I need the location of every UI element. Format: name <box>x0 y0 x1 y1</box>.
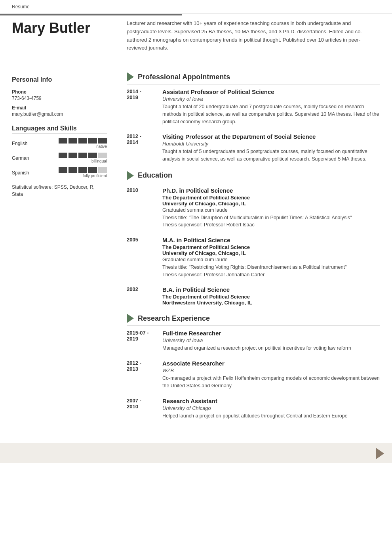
skill-bar <box>88 167 97 173</box>
email-label: E-mail <box>12 105 107 111</box>
education-title: Education <box>138 171 172 180</box>
entry-desc: Co-managed a project with Felix Hoffenhe… <box>162 375 380 390</box>
skill-level-english: native <box>96 144 107 149</box>
personal-info-title: Personal Info <box>12 76 107 85</box>
entry-dept: The Department of Political Science <box>162 195 380 201</box>
entry-subtitle: University of Chicago <box>162 405 380 411</box>
name-summary-section: Mary Butler Lecturer and researcher with… <box>0 15 392 60</box>
entry-thesis: Thesis title: "The Disruption of Multicu… <box>162 214 380 222</box>
skill-bars-english <box>59 138 107 144</box>
entry-supervisor: Thesis supervisor: Professor Robert Isaa… <box>162 221 380 229</box>
entry-title: Visiting Professor at the Department of … <box>162 133 380 140</box>
resume-label: Resume <box>12 4 30 10</box>
entry-title: Associate Researcher <box>162 360 380 367</box>
skill-bar <box>69 138 77 144</box>
skill-bar <box>78 167 87 173</box>
skill-row-english: English native <box>12 138 107 149</box>
entry-university: Northwestern University, Chicago, IL <box>162 300 380 306</box>
education-entry-ba: 2002 B.A. in Political Science The Depar… <box>127 286 380 307</box>
education-section-header: Education <box>127 171 380 183</box>
entry-desc: Managed and organized a research project… <box>162 344 380 352</box>
skill-bar <box>88 138 97 144</box>
entry-date: 2010 <box>127 187 158 229</box>
skill-row-spanish: Spanish fully proficient <box>12 167 107 178</box>
footer-arrow-icon <box>376 448 384 459</box>
skill-bar <box>69 153 77 158</box>
entry-content: Assistant Professor of Political Science… <box>162 88 380 125</box>
skill-bar-empty <box>98 153 107 158</box>
entry-date: 2012 -2014 <box>127 133 158 163</box>
entry-university: University of Chicago, Chicago, IL <box>162 201 380 207</box>
skill-right-german: billingual <box>59 153 107 163</box>
entry-content: Associate Researcher WZB Co-managed a pr… <box>162 360 380 390</box>
skill-row-german: German billingual <box>12 153 107 163</box>
professional-appointments-section: Professional Appointments 2014 -2019 Ass… <box>127 72 380 165</box>
skill-name-spanish: Spanish <box>12 170 36 176</box>
entry-title: M.A. in Political Science <box>162 237 380 243</box>
entry-note: Graduated summa cum laude <box>162 207 380 214</box>
professional-title: Professional Appointments <box>138 73 230 81</box>
skill-name-german: German <box>12 155 36 161</box>
entry-title: Research Assistant <box>162 398 380 404</box>
skill-bar <box>88 153 97 158</box>
entry-subtitle: WZB <box>162 367 380 373</box>
entry-thesis: Thesis title: "Restricting Voting Rights… <box>162 264 380 271</box>
entry-title: Full-time Researcher <box>162 330 380 337</box>
left-column: Personal Info Phone 773-643-4759 E-mail … <box>0 68 115 439</box>
skill-bar <box>59 138 67 144</box>
entry-content: B.A. in Political Science The Department… <box>162 286 380 306</box>
skill-bar-empty <box>98 167 107 173</box>
footer-bar <box>0 443 392 463</box>
top-bar: Resume <box>0 0 392 14</box>
entry-date: 2012 -2013 <box>127 360 158 390</box>
entry-date: 2005 <box>127 237 158 278</box>
research-entry-1: 2015-07 -2019 Full-time Researcher Unive… <box>127 330 380 354</box>
entry-dept: The Department of Political Science <box>162 244 380 250</box>
skill-bar <box>78 138 87 144</box>
entry-subtitle: University of Iowa <box>162 96 380 102</box>
entry-university: University of Chicago, Chicago, IL <box>162 250 380 256</box>
right-column: Professional Appointments 2014 -2019 Ass… <box>115 68 392 439</box>
entry-desc: Taught a total of 20 undergraduate and 7… <box>162 103 380 125</box>
skill-bar <box>78 153 87 158</box>
personal-info-section: Personal Info Phone 773-643-4759 E-mail … <box>12 76 107 117</box>
entry-date: 2002 <box>127 286 158 306</box>
skill-bar <box>98 138 107 144</box>
skill-bar <box>69 167 77 173</box>
professional-entry-2: 2012 -2014 Visiting Professor at the Dep… <box>127 133 380 165</box>
main-layout: Personal Info Phone 773-643-4759 E-mail … <box>0 60 392 439</box>
entry-note: Graduated summa cum laude <box>162 256 380 264</box>
skill-right-english: native <box>59 138 107 149</box>
entry-title: Ph.D. in Political Science <box>162 187 380 194</box>
full-name: Mary Butler <box>12 19 115 36</box>
entry-content: Visiting Professor at the Department of … <box>162 133 380 163</box>
entry-subtitle: University of Iowa <box>162 337 380 343</box>
section-arrow-icon <box>127 314 134 323</box>
skill-level-german: billingual <box>91 159 107 163</box>
entry-dept: The Department of Political Science <box>162 294 380 300</box>
summary-text: Lecturer and researcher with 10+ years o… <box>127 19 380 52</box>
skill-name-english: English <box>12 141 36 146</box>
email-value: mary.buttler@gmail.com <box>12 111 107 117</box>
education-section: Education 2010 Ph.D. in Political Scienc… <box>127 171 380 308</box>
entry-subtitle: Humboldt University <box>162 141 380 147</box>
research-title: Research Experience <box>138 314 210 323</box>
education-entry-phd: 2010 Ph.D. in Political Science The Depa… <box>127 187 380 230</box>
entry-date: 2015-07 -2019 <box>127 330 158 352</box>
entry-desc: Helped launch a project on populist atti… <box>162 412 380 420</box>
professional-section-header: Professional Appointments <box>127 72 380 84</box>
name-block: Mary Butler <box>12 19 115 36</box>
entry-date: 2014 -2019 <box>127 88 158 125</box>
entry-date: 2007 -2010 <box>127 398 158 420</box>
entry-desc: Taught a total of 5 undergraduate and 5 … <box>162 148 380 163</box>
skill-bars-german <box>59 153 107 158</box>
research-section-header: Research Experience <box>127 314 380 326</box>
skill-level-spanish: fully proficient <box>83 174 107 178</box>
research-experience-section: Research Experience 2015-07 -2019 Full-t… <box>127 314 380 421</box>
languages-skills-section: Languages and Skills English native <box>12 125 107 198</box>
skill-bar <box>59 167 67 173</box>
phone-value: 773-643-4759 <box>12 96 107 101</box>
skill-right-spanish: fully proficient <box>59 167 107 178</box>
entry-content: Research Assistant University of Chicago… <box>162 398 380 420</box>
entry-supervisor: Thesis supervisor: Professor Johnathan C… <box>162 271 380 279</box>
